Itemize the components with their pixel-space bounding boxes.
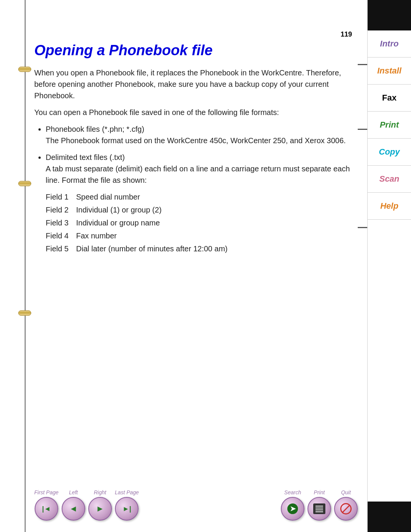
sidebar-bottom-bar — [368, 502, 411, 532]
sidebar-tab-print[interactable]: Print — [368, 112, 411, 139]
bullet-2-sub: A tab must separate (delimit) each field… — [46, 163, 352, 186]
main-content: 119 Opening a Phonebook file When you op… — [15, 23, 363, 532]
field-3-value: Individual or group name — [76, 217, 160, 228]
intro-paragraph-2: You can open a Phonebook file saved in o… — [34, 107, 352, 118]
sidebar-tab-install[interactable]: Install — [368, 58, 411, 85]
field-row-5: Field 5 Dial later (number of minutes af… — [46, 243, 352, 254]
field-4-value: Fax number — [76, 230, 117, 241]
nav-quit[interactable]: Quit — [334, 489, 358, 521]
field-2-value: Individual (1) or group (2) — [76, 204, 162, 216]
field-table: Field 1 Speed dial number Field 2 Indivi… — [46, 191, 352, 254]
search-arrow-icon: ➤ — [290, 505, 296, 513]
field-row-3: Field 3 Individual or group name — [46, 217, 352, 228]
nav-right-button[interactable]: ► — [88, 497, 112, 521]
search-icon: ➤ — [287, 503, 298, 514]
print-line-3 — [315, 510, 323, 510]
field-4-label: Field 4 — [46, 230, 76, 241]
nav-search-button[interactable]: ➤ — [281, 497, 304, 521]
sidebar-tab-help[interactable]: Help — [368, 193, 411, 220]
field-1-label: Field 1 — [46, 191, 76, 203]
print-line-1 — [315, 506, 323, 506]
nav-first-page[interactable]: First Page |◄ — [34, 489, 59, 521]
field-5-label: Field 5 — [46, 243, 76, 254]
bullet-1-sub: The Phonebook format used on the WorkCen… — [46, 135, 352, 146]
nav-left[interactable]: Left ◄ — [62, 489, 85, 521]
nav-last-page-button[interactable]: ►| — [115, 497, 139, 521]
intro-paragraph-1: When you open a Phonebook file, it repla… — [34, 67, 352, 101]
right-sidebar: Intro Install Fax Print Copy Scan Help — [367, 0, 411, 532]
field-2-label: Field 2 — [46, 204, 76, 216]
nav-quit-label: Quit — [341, 489, 351, 495]
nav-last-page-label: Last Page — [115, 489, 139, 495]
sidebar-intro-label: Intro — [380, 39, 399, 49]
bullet-2-label: Delimited text files (.txt) — [46, 153, 125, 161]
sidebar-top-bar — [368, 0, 411, 30]
nav-quit-button[interactable] — [334, 497, 358, 521]
quit-icon — [340, 503, 352, 514]
bottom-nav: First Page |◄ Left ◄ Right ► Last Page ►… — [15, 489, 363, 521]
left-icon: ◄ — [69, 504, 78, 514]
sidebar-tab-copy[interactable]: Copy — [368, 139, 411, 166]
bullet-item-1: Phonebook files (*.phn; *.cfg) The Phone… — [46, 123, 352, 146]
print-icon — [313, 503, 325, 514]
bullet-1-label: Phonebook files (*.phn; *.cfg) — [46, 125, 144, 133]
nav-search[interactable]: Search ➤ — [281, 489, 304, 521]
sidebar-fax-label: Fax — [382, 93, 397, 103]
sidebar-print-label: Print — [380, 120, 399, 130]
nav-left-label: Left — [69, 489, 78, 495]
nav-left-button[interactable]: ◄ — [62, 497, 85, 521]
nav-print[interactable]: Print — [307, 489, 331, 521]
bullet-item-2: Delimited text files (.txt) A tab must s… — [46, 152, 352, 186]
sidebar-install-label: Install — [377, 66, 401, 76]
nav-right-label: Right — [94, 489, 106, 495]
sidebar-help-label: Help — [380, 201, 398, 211]
bullet-list: Phonebook files (*.phn; *.cfg) The Phone… — [46, 123, 352, 186]
sidebar-tab-intro[interactable]: Intro — [368, 30, 411, 58]
page-title: Opening a Phonebook file — [34, 42, 352, 59]
quit-diagonal — [342, 505, 350, 513]
field-row-2: Field 2 Individual (1) or group (2) — [46, 204, 352, 216]
field-row-1: Field 1 Speed dial number — [46, 191, 352, 203]
nav-last-page[interactable]: Last Page ►| — [115, 489, 139, 521]
nav-print-label: Print — [314, 489, 325, 495]
field-1-value: Speed dial number — [76, 191, 140, 203]
nav-right[interactable]: Right ► — [88, 489, 112, 521]
sidebar-copy-label: Copy — [379, 147, 400, 157]
field-row-4: Field 4 Fax number — [46, 230, 352, 241]
field-5-value: Dial later (number of minutes after 12:0… — [76, 243, 228, 254]
first-page-icon: |◄ — [42, 505, 51, 513]
sidebar-scan-label: Scan — [379, 174, 400, 184]
page-number: 119 — [34, 30, 352, 38]
right-icon: ► — [96, 504, 104, 514]
sidebar-tab-fax[interactable]: Fax — [368, 85, 411, 112]
nav-first-page-button[interactable]: |◄ — [35, 497, 58, 521]
sidebar-tab-scan[interactable]: Scan — [368, 166, 411, 193]
nav-print-button[interactable] — [307, 497, 331, 521]
print-line-4 — [315, 511, 323, 512]
print-line-2 — [315, 508, 323, 508]
field-3-label: Field 3 — [46, 217, 76, 228]
print-lines — [315, 506, 323, 512]
last-page-icon: ►| — [123, 505, 131, 513]
nav-search-label: Search — [284, 489, 301, 495]
nav-first-page-label: First Page — [34, 489, 59, 495]
